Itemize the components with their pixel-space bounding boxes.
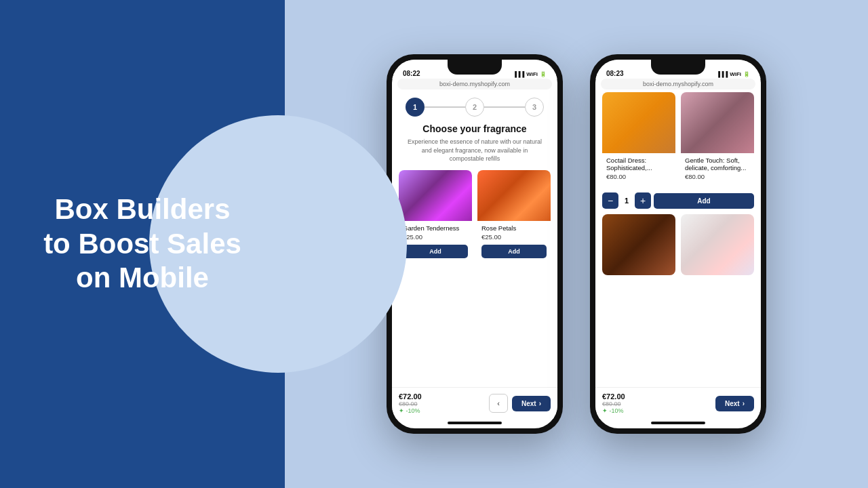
phone-1-time: 08:22: [403, 70, 420, 77]
step-1: 1: [406, 98, 425, 117]
phone-1-url: boxi-demo.myshopify.com: [397, 79, 552, 89]
product-price-garden: €25.00: [403, 233, 468, 241]
price-info: €72.00 €80.00 ✦ -10%: [399, 392, 422, 414]
choose-title: Choose your fragrance: [399, 123, 551, 134]
nav-buttons: ‹ Next ›: [489, 394, 551, 413]
product-image-gentle: [681, 92, 754, 153]
chevron-right-icon-2: ›: [743, 400, 745, 407]
product-cocktail: Coctail Dress: Sophisticated,... €80.00: [602, 92, 675, 187]
phone-2-time: 08:23: [606, 70, 624, 77]
product-gentle: Gentle Touch: Soft, delicate, comforting…: [681, 92, 754, 187]
original-price: €80.00: [399, 401, 422, 407]
add-btn-rose[interactable]: Add: [481, 245, 547, 258]
left-panel: Box Builders to Boost Sales on Mobile: [0, 0, 285, 488]
signal-icon-2: ▐▐▐: [716, 71, 728, 77]
original-price-2: €80.00: [602, 401, 625, 407]
product-name-gentle: Gentle Touch: Soft, delicate, comforting…: [685, 157, 750, 171]
hero-text: Box Builders to Boost Sales on Mobile: [43, 192, 241, 295]
product-dark: [602, 214, 675, 275]
phone-2-url: boxi-demo.myshopify.com: [601, 79, 755, 89]
current-price: €72.00: [399, 392, 422, 401]
back-button[interactable]: ‹: [489, 394, 508, 413]
signal-icon: ▐▐▐: [513, 71, 524, 77]
step-2: 2: [465, 98, 484, 117]
product-price-gentle: €80.00: [685, 173, 750, 180]
current-price-2: €72.00: [602, 392, 625, 401]
qty-increase[interactable]: +: [635, 192, 651, 209]
discount-badge-2: ✦ -10%: [602, 407, 625, 414]
choose-subtitle: Experience the essence of nature with ou…: [399, 138, 551, 163]
product-card-rose: Rose Petals €25.00 Add: [477, 170, 551, 262]
product-name-rose: Rose Petals: [481, 224, 547, 232]
phone-1-content: 1 2 3 Choose your fragrance Experience t…: [392, 92, 557, 387]
discount-badge: ✦ -10%: [399, 407, 422, 414]
product-image-garden: [399, 170, 472, 221]
phone-2-product-grid: Coctail Dress: Sophisticated,... €80.00 …: [602, 92, 754, 187]
phone-1: 08:22 ▐▐▐ WiFi 🔋 boxi-demo.myshopify.com…: [387, 54, 563, 434]
home-indicator: [448, 422, 502, 424]
next-button-2[interactable]: Next ›: [715, 396, 754, 411]
phone-2: 08:23 ▐▐▐ WiFi 🔋 boxi-demo.myshopify.com: [590, 54, 766, 434]
phone-2-inner: 08:23 ▐▐▐ WiFi 🔋 boxi-demo.myshopify.com: [595, 60, 761, 428]
qty-value: 1: [621, 197, 632, 205]
phone-2-notch: [651, 60, 705, 75]
price-info-2: €72.00 €80.00 ✦ -10%: [602, 392, 625, 414]
phone-2-status-icons: ▐▐▐ WiFi 🔋: [716, 71, 750, 77]
product-card-garden: Garden Tenderness €25.00 Add: [399, 170, 472, 262]
step-line-2: [484, 106, 525, 108]
phone-2-product-grid-2: [602, 214, 754, 275]
product-image-dark: [602, 214, 675, 275]
wifi-icon: WiFi: [526, 71, 538, 77]
battery-icon: 🔋: [540, 71, 547, 77]
hero-line3: on Mobile: [76, 262, 209, 293]
hero-line2: to Boost Sales: [43, 228, 241, 260]
product-info-rose: Rose Petals €25.00 Add: [477, 221, 551, 262]
product-image-cocktail: [602, 92, 675, 153]
chevron-right-icon: ›: [539, 400, 541, 407]
step-line-1: [425, 106, 465, 108]
home-indicator-2: [651, 422, 705, 424]
product-image-crystal: [681, 214, 754, 275]
phone-2-content: Coctail Dress: Sophisticated,... €80.00 …: [595, 92, 761, 387]
product-image-rose: [477, 170, 551, 221]
battery-icon-2: 🔋: [743, 71, 750, 77]
product-crystal: [681, 214, 754, 275]
nav-buttons-2: Next ›: [715, 396, 754, 411]
product-grid: Garden Tenderness €25.00 Add Rose Petals…: [399, 170, 551, 262]
phone-1-status-icons: ▐▐▐ WiFi 🔋: [513, 71, 547, 77]
wifi-icon-2: WiFi: [730, 71, 741, 77]
hero-line1: Box Builders: [54, 193, 230, 225]
product-info-garden: Garden Tenderness €25.00 Add: [399, 221, 472, 262]
product-info-cocktail: Coctail Dress: Sophisticated,... €80.00: [602, 153, 675, 187]
step-indicator: 1 2 3: [399, 98, 551, 117]
product-price-cocktail: €80.00: [606, 173, 671, 180]
phone-1-inner: 08:22 ▐▐▐ WiFi 🔋 boxi-demo.myshopify.com…: [392, 60, 557, 428]
phone-1-notch: [448, 60, 502, 75]
product-name-cocktail: Coctail Dress: Sophisticated,...: [606, 157, 671, 171]
next-button[interactable]: Next ›: [512, 396, 551, 411]
qty-decrease[interactable]: −: [602, 192, 618, 209]
phone-1-bottom-bar: €72.00 €80.00 ✦ -10% ‹ Next ›: [392, 387, 557, 419]
qty-control: − 1 +: [602, 192, 651, 209]
product-info-gentle: Gentle Touch: Soft, delicate, comforting…: [681, 153, 754, 187]
phone-2-bottom-bar: €72.00 €80.00 ✦ -10% Next ›: [595, 387, 761, 419]
product-price-rose: €25.00: [481, 233, 547, 241]
step-3: 3: [525, 98, 544, 117]
product-actions: − 1 + Add: [602, 192, 754, 209]
product-name-garden: Garden Tenderness: [403, 224, 468, 232]
add-btn-phone2[interactable]: Add: [654, 193, 754, 209]
add-btn-garden[interactable]: Add: [403, 245, 468, 258]
